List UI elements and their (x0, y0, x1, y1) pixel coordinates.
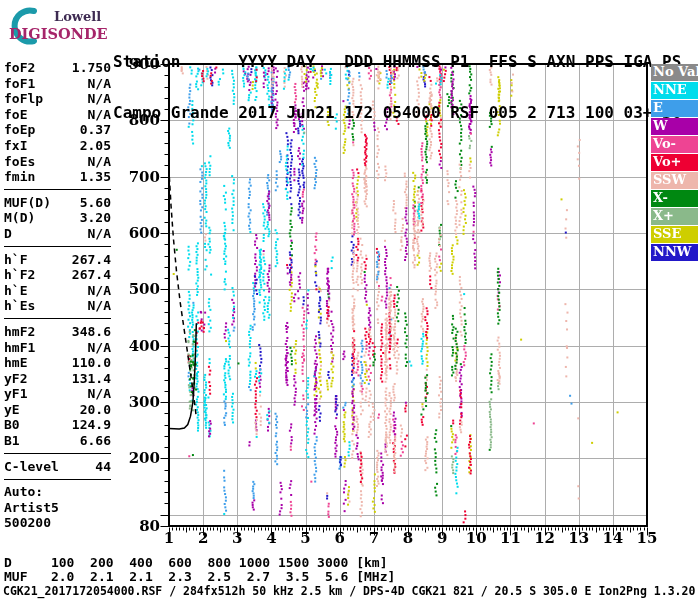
param-value: 5.60 (80, 195, 111, 211)
param-label: fmin (4, 169, 35, 185)
y-tick-label: 700 (116, 168, 160, 186)
param-row-b1: B16.66 (4, 433, 111, 449)
param-row-fxi: fxI2.05 (4, 138, 111, 154)
param-value: 1.35 (80, 169, 111, 185)
param-value: N/A (88, 340, 111, 356)
legend-item-ssw: SSW (651, 172, 698, 189)
y-tick-label: 400 (116, 337, 160, 355)
param-label: foE (4, 107, 27, 123)
param-label: fxI (4, 138, 27, 154)
param-row-mufd: MUF(D)5.60 (4, 195, 111, 211)
parameter-panel: foF21.750foF1N/AfoFlpN/AfoEN/AfoEp0.37fx… (4, 60, 111, 531)
separator-line (4, 479, 111, 480)
legend-item-vo-: Vo- (651, 136, 698, 153)
param-row-fof1: foF1N/A (4, 76, 111, 92)
param-row-ye: yE20.0 (4, 402, 111, 418)
y-tick-label: 600 (116, 224, 160, 242)
param-row-clevel: C-level44 (4, 459, 111, 475)
x-tick-label: 10 (458, 529, 494, 547)
legend-item-w: W (651, 118, 698, 135)
param-row-hes: h`EsN/A (4, 298, 111, 314)
param-label: h`F2 (4, 267, 35, 283)
autoscaling-info: 500200 (4, 515, 111, 531)
legend-item-x-: X- (651, 190, 698, 207)
param-row-foe: foEN/A (4, 107, 111, 123)
param-label: foFlp (4, 91, 43, 107)
station-header: Station YYYY DAY DDD HHMMSS P1 FFS S AXN… (113, 19, 681, 138)
param-label: C-level (4, 459, 59, 475)
param-value: 267.4 (72, 267, 111, 283)
param-row-hme: hmE110.0 (4, 355, 111, 371)
param-label: hmE (4, 355, 27, 371)
param-row-hmf1: hmF1N/A (4, 340, 111, 356)
param-value: 267.4 (72, 252, 111, 268)
param-row-b0: B0124.9 (4, 417, 111, 433)
x-tick-label: 3 (219, 529, 255, 547)
param-row-md: M(D)3.20 (4, 210, 111, 226)
distance-row: D 100 200 400 600 800 1000 1500 3000 [km… (4, 555, 388, 570)
param-row-fmin: fmin1.35 (4, 169, 111, 185)
param-value: 348.6 (72, 324, 111, 340)
param-row-he: h`EN/A (4, 283, 111, 299)
legend-item-vo+: Vo+ (651, 154, 698, 171)
header-column-titles: Station YYYY DAY DDD HHMMSS P1 FFS S AXN… (113, 53, 681, 70)
x-tick-label: 5 (288, 529, 324, 547)
param-label: foF2 (4, 60, 35, 76)
param-label: B0 (4, 417, 20, 433)
param-value: 124.9 (72, 417, 111, 433)
param-label: MUF(D) (4, 195, 51, 211)
legend-item-sse: SSE (651, 226, 698, 243)
param-value: 44 (95, 459, 111, 475)
legend-item-x+: X+ (651, 208, 698, 225)
legend-item-noval: No Val (651, 64, 698, 81)
param-row-foes: foEsN/A (4, 154, 111, 170)
autoscaling-info: Auto: (4, 484, 111, 500)
param-value: 131.4 (72, 371, 111, 387)
logo-lowell-text: Lowell (54, 9, 101, 24)
ionogram-page: { "logo": {"top": "Lowell", "bottom": "D… (0, 0, 700, 600)
param-row-foflp: foFlpN/A (4, 91, 111, 107)
legend-item-nne: NNE (651, 82, 698, 99)
param-value: N/A (88, 107, 111, 123)
autoscaling-info: Artist5 (4, 500, 111, 516)
x-tick-label: 2 (185, 529, 221, 547)
param-label: yF2 (4, 371, 27, 387)
x-tick-label: 13 (561, 529, 597, 547)
param-row-foep: foEp0.37 (4, 122, 111, 138)
param-row-d: DN/A (4, 226, 111, 242)
param-row-hmf2: hmF2348.6 (4, 324, 111, 340)
param-label: yF1 (4, 386, 27, 402)
param-value: 6.66 (80, 433, 111, 449)
param-row-fof2: foF21.750 (4, 60, 111, 76)
param-value: 1.750 (72, 60, 111, 76)
param-row-yf1: yF1N/A (4, 386, 111, 402)
header-values: Campo Grande 2017 Jun21 172 054000 RSF 0… (113, 104, 681, 121)
param-label: h`F (4, 252, 27, 268)
param-label: h`E (4, 283, 27, 299)
param-value: N/A (88, 91, 111, 107)
legend-item-nnw: NNW (651, 244, 698, 261)
y-tick-label: 300 (116, 393, 160, 411)
param-value: N/A (88, 76, 111, 92)
y-tick-label: 500 (116, 280, 160, 298)
param-value: 3.20 (80, 210, 111, 226)
param-value: 110.0 (72, 355, 111, 371)
param-label: M(D) (4, 210, 35, 226)
separator-line (4, 318, 111, 319)
param-value: 20.0 (80, 402, 111, 418)
x-tick-label: 9 (424, 529, 460, 547)
param-label: foF1 (4, 76, 35, 92)
param-label: B1 (4, 433, 20, 449)
legend-item-e: E (651, 100, 698, 117)
param-value: 0.37 (80, 122, 111, 138)
x-tick-label: 4 (253, 529, 289, 547)
echo-direction-legend: No ValNNEEWVo-Vo+SSWX-X+SSENNW (651, 64, 698, 262)
x-tick-label: 1 (151, 529, 187, 547)
x-tick-label: 6 (322, 529, 358, 547)
param-label: foEs (4, 154, 35, 170)
x-tick-label: 7 (356, 529, 392, 547)
separator-line (4, 453, 111, 454)
param-label: yE (4, 402, 20, 418)
param-value: N/A (88, 298, 111, 314)
param-label: h`Es (4, 298, 35, 314)
